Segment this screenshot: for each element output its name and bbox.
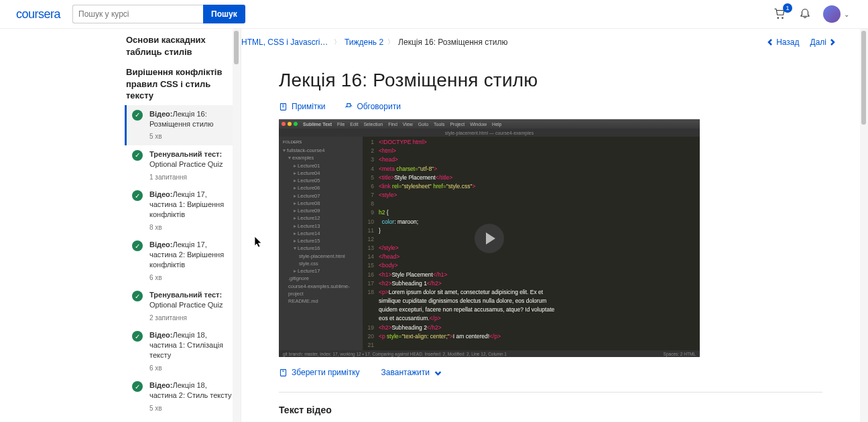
page-title: Лекція 16: Розміщення стилю: [279, 70, 822, 91]
prev-button[interactable]: Назад: [767, 38, 799, 47]
lesson-item[interactable]: ✓Відео:Лекція 17, частина 2: Вирішення к…: [125, 236, 233, 286]
lesson-item[interactable]: ✓Відео:Лекція 18, частина 2: Стиль текст…: [125, 376, 233, 417]
next-button[interactable]: Далі: [810, 38, 836, 47]
tab-notes-label: Примітки: [292, 102, 325, 111]
video-player[interactable]: Sublime TextFileEditSelectionFindViewGot…: [279, 119, 700, 357]
content-scrollbar[interactable]: [860, 29, 868, 422]
header: coursera Пошук 1 ⌄: [0, 0, 868, 29]
cart-icon[interactable]: 1: [773, 7, 787, 21]
lesson-item[interactable]: ✓Відео:Лекція 16: Розміщення стилю5 хв: [125, 105, 233, 145]
play-button[interactable]: [475, 224, 504, 253]
check-icon: ✓: [132, 331, 143, 342]
editor-tab: style-placement.html — course4-examples: [279, 129, 700, 137]
section-heading[interactable]: Вирішення конфліктів правил CSS і стиль …: [126, 61, 233, 105]
download-label: Завантажити: [381, 368, 430, 377]
search-input[interactable]: [72, 5, 203, 23]
check-icon: ✓: [132, 150, 143, 161]
section-heading[interactable]: Основи каскадних таблиць стилів: [126, 29, 233, 61]
save-note-label: Зберегти примітку: [292, 368, 360, 377]
check-icon: ✓: [132, 110, 143, 121]
search-button[interactable]: Пошук: [203, 5, 245, 23]
line-numbers: 12345678910111213141516171819202122: [363, 137, 377, 350]
sidebar-scrollbar[interactable]: [233, 29, 241, 422]
cart-badge: 1: [783, 3, 792, 13]
tab-notes[interactable]: Примітки: [279, 102, 325, 111]
svg-rect-3: [280, 369, 286, 376]
check-icon: ✓: [132, 291, 143, 301]
account-menu[interactable]: ⌄: [823, 5, 849, 23]
chevron-down-icon: ⌄: [844, 11, 849, 18]
chevron-right-icon: 〉: [387, 38, 394, 47]
download-button[interactable]: Завантажити: [381, 368, 442, 377]
prev-label: Назад: [776, 38, 799, 47]
check-icon: ✓: [132, 190, 143, 201]
check-icon: ✓: [132, 381, 143, 392]
next-label: Далі: [810, 38, 826, 47]
check-icon: ✓: [132, 240, 143, 251]
breadcrumb: HTML, CSS і Javascript для ве… 〉 Тиждень…: [241, 38, 507, 47]
chevron-right-icon: 〉: [334, 38, 340, 47]
lesson-item[interactable]: ✓Тренувальний тест: Optional Practice Qu…: [125, 286, 233, 326]
lesson-item[interactable]: ✓Читання:ЗВ'ЯЖІТЬСЯ ЗІ МНОЮ!2 хв: [125, 417, 233, 422]
lesson-item[interactable]: ✓Відео:Лекція 17, частина 1: Вирішення к…: [125, 186, 233, 236]
file-tree: FOLDERS fullstack-course4examplesLecture…: [279, 137, 363, 350]
transcript-heading: Текст відео: [279, 405, 822, 415]
lesson-item[interactable]: ✓Відео:Лекція 18, частина 1: Стилізація …: [125, 326, 233, 376]
lesson-item[interactable]: ✓Тренувальний тест: Optional Practice Qu…: [125, 145, 233, 186]
breadcrumb-week[interactable]: Тиждень 2: [345, 38, 383, 47]
code-content: <!DOCTYPE html><html><head><meta charset…: [377, 137, 700, 350]
save-note-button[interactable]: Зберегти примітку: [279, 368, 360, 377]
notifications-icon[interactable]: [799, 7, 811, 21]
tab-discuss[interactable]: Обговорити: [344, 102, 400, 111]
editor-statusbar: git branch: master, index: 17, working 1…: [279, 350, 700, 357]
divider: [279, 392, 822, 393]
logo[interactable]: coursera: [5, 7, 71, 21]
avatar: [823, 5, 841, 23]
editor-menubar: Sublime TextFileEditSelectionFindViewGot…: [279, 119, 700, 129]
breadcrumb-course[interactable]: HTML, CSS і Javascript для ве…: [241, 38, 330, 47]
breadcrumb-current: Лекція 16: Розміщення стилю: [398, 38, 507, 47]
tab-discuss-label: Обговорити: [357, 102, 400, 111]
